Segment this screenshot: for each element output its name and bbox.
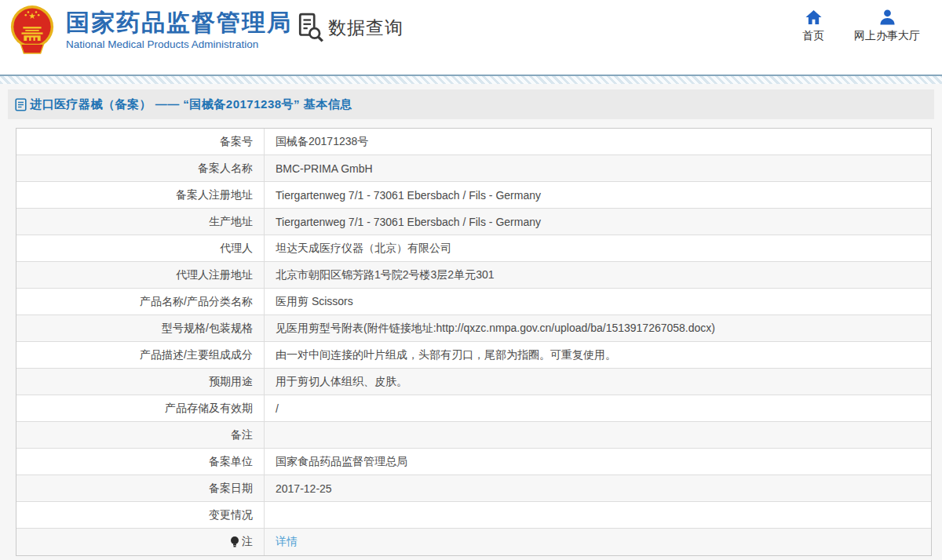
table-row: 生产地址Tiergartenweg 7/1 - 73061 Ebersbach … <box>16 209 931 235</box>
table-row: 型号规格/包装规格见医用剪型号附表(附件链接地址:http://qxzc.nmp… <box>16 315 931 342</box>
row-label: 预期用途 <box>16 369 265 395</box>
table-row: 预期用途用于剪切人体组织、皮肤。 <box>16 369 931 395</box>
org-name-cn: 国家药品监督管理局 <box>66 9 292 37</box>
row-value: BMC-PRIMA GmbH <box>265 155 931 181</box>
row-label-text: 代理人注册地址 <box>176 268 253 282</box>
row-value-text: BMC-PRIMA GmbH <box>276 162 373 175</box>
brand-home-link[interactable]: 国家药品监督管理局 National Medical Products Admi… <box>9 5 292 55</box>
home-icon <box>805 9 822 25</box>
row-value: Tiergartenweg 7/1 - 73061 Ebersbach / Fi… <box>265 209 931 235</box>
row-value: 北京市朝阳区锦芳路1号院2号楼3层2单元301 <box>265 262 931 288</box>
striped-divider <box>0 75 942 84</box>
row-label-text: 备案人名称 <box>198 162 253 176</box>
row-value: 由一对中间连接的叶片组成，头部有刃口，尾部为指圈。可重复使用。 <box>265 342 931 368</box>
row-label-text: 备案人注册地址 <box>176 188 253 202</box>
row-label: 备案人注册地址 <box>16 182 265 208</box>
nav-label-home: 首页 <box>802 29 824 43</box>
row-label-text: 备案日期 <box>209 482 253 496</box>
row-value-text: 国家食品药品监督管理总局 <box>276 455 407 469</box>
row-label-text: 注 <box>242 535 253 549</box>
table-row: 代理人坦达天成医疗仪器（北京）有限公司 <box>16 235 931 262</box>
row-value: 国械备20171238号 <box>265 129 931 155</box>
top-nav: 首页 网上办事大厅 <box>802 9 920 43</box>
row-label: 产品名称/产品分类名称 <box>16 289 265 315</box>
row-value: 用于剪切人体组织、皮肤。 <box>265 369 931 395</box>
row-label: 生产地址 <box>16 209 265 235</box>
row-value-text: 国械备20171238号 <box>276 135 368 149</box>
row-label-text: 产品名称/产品分类名称 <box>140 295 253 309</box>
page-title: 进口医疗器械（备案） —— “国械备20171238号” 基本信息 <box>30 97 352 112</box>
brand-text: 国家药品监督管理局 National Medical Products Admi… <box>66 9 292 50</box>
row-label-text: 变更情况 <box>209 508 253 522</box>
row-label-text: 备案单位 <box>209 455 253 469</box>
nav-item-home[interactable]: 首页 <box>802 9 824 43</box>
row-label: 备案单位 <box>16 449 265 475</box>
row-value-text: 见医用剪型号附表(附件链接地址:http://qxzc.nmpa.gov.cn/… <box>276 322 715 336</box>
content-area: 进口医疗器械（备案） —— “国械备20171238号” 基本信息 备案号国械备… <box>0 89 942 556</box>
row-value: 2017-12-25 <box>265 475 931 501</box>
row-value: 国家食品药品监督管理总局 <box>265 449 931 475</box>
row-value-text: Tiergartenweg 7/1 - 73061 Ebersbach / Fi… <box>276 189 541 202</box>
title-bar: 进口医疗器械（备案） —— “国械备20171238号” 基本信息 <box>8 89 934 119</box>
info-table: 备案号国械备20171238号备案人名称BMC-PRIMA GmbH备案人注册地… <box>16 128 932 556</box>
row-value-text: / <box>276 402 279 415</box>
data-query-label: 数据查询 <box>328 16 403 40</box>
table-row: 产品存储及有效期/ <box>16 395 931 422</box>
row-label-text: 备注 <box>231 428 253 442</box>
data-query-tab[interactable]: 数据查询 <box>297 13 403 42</box>
table-row: 备案日期2017-12-25 <box>16 475 931 502</box>
table-row: 注详情 <box>16 529 931 555</box>
row-label: 备案日期 <box>16 475 265 501</box>
document-search-icon <box>297 13 325 42</box>
row-label-text: 代理人 <box>220 242 253 256</box>
row-label: 产品存储及有效期 <box>16 395 265 421</box>
row-label-text: 生产地址 <box>209 215 253 229</box>
lightbulb-icon <box>230 536 239 548</box>
row-value <box>265 502 931 528</box>
table-row: 备案号国械备20171238号 <box>16 129 931 155</box>
table-row: 备注 <box>16 422 931 449</box>
row-value: 详情 <box>265 529 931 555</box>
row-label-text: 备案号 <box>220 135 253 149</box>
row-label: 注 <box>16 529 265 555</box>
table-row: 代理人注册地址北京市朝阳区锦芳路1号院2号楼3层2单元301 <box>16 262 931 289</box>
row-value-text: 坦达天成医疗仪器（北京）有限公司 <box>276 242 451 256</box>
row-value: / <box>265 395 931 421</box>
table-row: 产品名称/产品分类名称医用剪 Scissors <box>16 289 931 315</box>
row-label-text: 产品描述/主要组成成分 <box>140 348 253 362</box>
row-label: 变更情况 <box>16 502 265 528</box>
row-value <box>265 422 931 448</box>
row-value-text: 用于剪切人体组织、皮肤。 <box>276 375 407 389</box>
row-value: 坦达天成医疗仪器（北京）有限公司 <box>265 235 931 261</box>
details-link[interactable]: 详情 <box>276 535 298 549</box>
table-row: 备案人注册地址Tiergartenweg 7/1 - 73061 Ebersba… <box>16 182 931 209</box>
table-row: 变更情况 <box>16 502 931 529</box>
row-label: 型号规格/包装规格 <box>16 315 265 341</box>
row-label: 代理人注册地址 <box>16 262 265 288</box>
row-value-text: 2017-12-25 <box>276 482 332 495</box>
row-value-text: 北京市朝阳区锦芳路1号院2号楼3层2单元301 <box>276 268 495 282</box>
row-label: 备注 <box>16 422 265 448</box>
row-value-text: Tiergartenweg 7/1 - 73061 Ebersbach / Fi… <box>276 216 541 228</box>
row-label-text: 型号规格/包装规格 <box>162 322 253 336</box>
table-row: 备案人名称BMC-PRIMA GmbH <box>16 155 931 182</box>
row-label: 备案人名称 <box>16 155 265 181</box>
page-header: 国家药品监督管理局 National Medical Products Admi… <box>0 0 942 75</box>
national-emblem-icon <box>9 5 55 55</box>
document-icon <box>15 98 27 111</box>
row-label: 备案号 <box>16 129 265 155</box>
row-label: 产品描述/主要组成成分 <box>16 342 265 368</box>
row-value-text: 医用剪 Scissors <box>276 295 353 309</box>
user-icon <box>879 9 896 25</box>
nav-item-service-hall[interactable]: 网上办事大厅 <box>854 9 920 43</box>
row-value: 见医用剪型号附表(附件链接地址:http://qxzc.nmpa.gov.cn/… <box>265 315 931 341</box>
row-label-text: 产品存储及有效期 <box>165 402 253 416</box>
table-row: 产品描述/主要组成成分由一对中间连接的叶片组成，头部有刃口，尾部为指圈。可重复使… <box>16 342 931 369</box>
row-value: 医用剪 Scissors <box>265 289 931 315</box>
nav-label-service-hall: 网上办事大厅 <box>854 29 920 43</box>
org-name-en: National Medical Products Administration <box>66 38 292 50</box>
row-label: 代理人 <box>16 235 265 261</box>
row-value-text: 由一对中间连接的叶片组成，头部有刃口，尾部为指圈。可重复使用。 <box>276 348 616 362</box>
row-label-text: 预期用途 <box>209 375 253 389</box>
row-value: Tiergartenweg 7/1 - 73061 Ebersbach / Fi… <box>265 182 931 208</box>
